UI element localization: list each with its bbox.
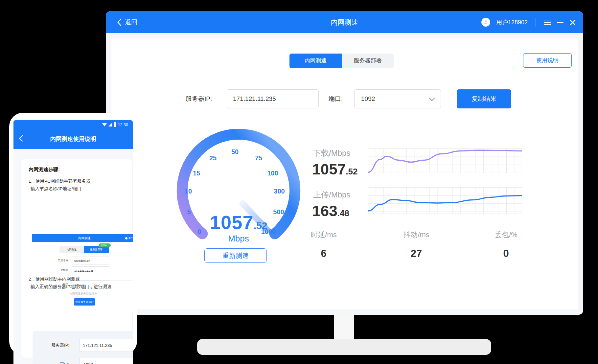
mini-running-text: 内网测速服务器运行中... <box>32 292 133 296</box>
wifi-icon <box>102 123 107 126</box>
instruction-card: 内网测速步骤: 1、使用PC网维助手部署服务器 - 输入节点名称/IP地址/端口… <box>21 159 132 358</box>
phone-server-ip-label: 服务器IP: <box>36 339 69 352</box>
latency-stat: 时延/ms 6 <box>297 230 350 260</box>
username-label: 用户128902 <box>496 18 528 26</box>
gauge-tick: 15 <box>193 170 200 177</box>
phone-speedtest-form: 服务器IP: 端口: 1092 测速 <box>33 331 133 364</box>
phone-screen: 12:30 内网测速使用说明 内网测速步骤: 1、使用PC网维助手部署服务器 -… <box>13 120 133 364</box>
phone-port-select[interactable]: 1092 <box>79 358 133 364</box>
mini-ip-input: 171.121.11.235 <box>72 266 110 274</box>
desktop-background: 返回 内网测速 用户128902 内网测速 服务器部署 使用说明 <box>0 0 598 364</box>
gauge-tick: 75 <box>255 154 262 162</box>
retest-button[interactable]: 重新测速 <box>204 248 267 263</box>
mini-avatar <box>125 237 127 239</box>
menu-button[interactable] <box>544 20 551 25</box>
download-value: 1057.52 <box>312 160 358 178</box>
step2-line1: 2、使用网维助手内网测速 <box>29 276 80 282</box>
mini-tab-speedtest: 内网测速 <box>59 246 84 253</box>
tab-server-deploy[interactable]: 服务器部署 <box>342 54 394 68</box>
phone-server-ip-input[interactable] <box>79 339 133 352</box>
copy-result-button[interactable]: 复制结果 <box>457 89 511 108</box>
phone-port-value: 1092 <box>83 362 93 364</box>
phone-nav-title: 内网测速使用说明 <box>13 135 133 143</box>
port-value: 1092 <box>361 95 375 102</box>
battery-icon <box>114 123 116 127</box>
phone-port-label: 端口: <box>36 358 69 364</box>
gauge-tick: 100 <box>267 170 278 177</box>
step2-line2: - 输入正确的服务器IP地址/端口，进行测速 <box>28 284 111 290</box>
speed-gauge: 0 5 10 15 25 50 75 100 300 500 1000 1057… <box>174 126 303 255</box>
phone-status-bar: 12:30 <box>13 120 133 129</box>
mini-ip-label: IP地址: <box>49 266 69 274</box>
packet-loss-stat: 丢包/% 0 <box>480 230 532 260</box>
step1-line2: - 输入节点名称/IP地址/端口 <box>28 186 82 192</box>
phone-nav-bar: 内网测速使用说明 <box>13 129 133 149</box>
clock-label: 12:30 <box>118 123 128 127</box>
mini-user: 用户12 <box>125 237 133 240</box>
steps-title: 内网测速步骤: <box>29 167 60 173</box>
server-ip-input[interactable] <box>227 89 319 108</box>
upload-chart <box>368 187 522 214</box>
mini-screenshot: 内网测速 用户12 内网测速 服务器部署 运行中... 节点名称: speedt… <box>32 234 133 312</box>
port-select[interactable]: 1092 <box>354 89 441 108</box>
monitor-stand-base <box>197 339 491 355</box>
download-chart <box>368 148 522 173</box>
gauge-tick: 25 <box>209 154 217 162</box>
upload-label: 上传/Mbps <box>313 190 350 200</box>
gauge-tick: 10 <box>185 188 192 195</box>
upload-value: 163.48 <box>312 202 349 220</box>
chevron-down-icon <box>429 95 435 101</box>
signal-icon <box>108 123 112 126</box>
tab-intranet-speedtest[interactable]: 内网测速 <box>289 54 342 68</box>
gauge-tick: 300 <box>274 188 285 195</box>
gauge-unit: Mbps <box>174 234 303 244</box>
monitor-stand-stem <box>334 314 354 341</box>
download-label: 下载/Mbps <box>313 148 350 158</box>
chevron-down-icon <box>130 362 133 364</box>
server-ip-label: 服务器IP: <box>186 89 212 108</box>
window-header: 返回 内网测速 用户128902 <box>106 11 583 33</box>
port-label: 端口: <box>329 89 343 108</box>
phone-mockup: 12:30 内网测速使用说明 内网测速步骤: 1、使用PC网维助手部署服务器 -… <box>9 113 137 355</box>
mini-node-name-label: 节点名称: <box>49 257 69 264</box>
jitter-stat: 抖动/ms 27 <box>390 230 443 260</box>
person-icon <box>483 19 489 25</box>
step1-line1: 1、使用PC网维助手部署服务器 <box>29 178 90 184</box>
close-button[interactable] <box>569 19 576 26</box>
minimize-button[interactable] <box>557 22 564 23</box>
mini-window-header: 内网测速 用户12 <box>32 234 133 242</box>
mini-window-title: 内网测速 <box>32 236 133 240</box>
gauge-tick: 50 <box>231 148 239 156</box>
help-button[interactable]: 使用说明 <box>523 53 572 68</box>
user-avatar[interactable] <box>481 18 490 27</box>
mini-stop-button: 停止服务器运行 <box>74 298 95 306</box>
gauge-value: 1057.52 <box>174 211 303 233</box>
header-divider <box>536 18 536 27</box>
mini-node-name-input: speedtest.cn <box>72 257 110 264</box>
running-badge: 运行中... <box>99 243 111 247</box>
